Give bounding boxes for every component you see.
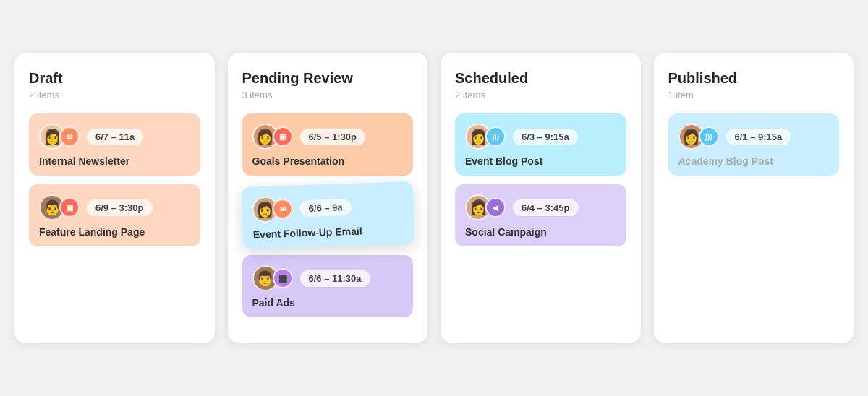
card-title: Paid Ads bbox=[252, 297, 404, 309]
card-header: 👩 ))) 6/1 – 9:15a bbox=[678, 124, 830, 150]
card-pending-3[interactable]: 👨 ⬛ 6/6 – 11:30a Paid Ads bbox=[242, 255, 414, 317]
column-count: 3 items bbox=[242, 90, 414, 100]
type-badge: ▣ bbox=[273, 126, 293, 147]
date-badge: 6/9 – 3:30p bbox=[87, 199, 153, 216]
card-header: 👨 ⬛ 6/6 – 11:30a bbox=[252, 265, 404, 291]
card-title: Internal Newsletter bbox=[39, 155, 190, 167]
type-badge: ▣ bbox=[59, 197, 80, 218]
card-title: Social Campaign bbox=[465, 226, 616, 238]
card-header: 👩 ✉ 6/6 – 9a bbox=[252, 191, 404, 223]
card-sched-2[interactable]: 👩 ◀ 6/4 – 3:45p Social Campaign bbox=[455, 184, 626, 246]
card-header: 👩 ))) 6/3 – 9:15a bbox=[465, 124, 616, 150]
card-title: Event Blog Post bbox=[465, 155, 616, 167]
card-header: 👩 ✉ 6/7 – 11a bbox=[39, 124, 190, 150]
date-badge: 6/3 – 9:15a bbox=[513, 129, 578, 145]
type-badge: ✉ bbox=[59, 126, 80, 147]
date-badge: 6/5 – 1:30p bbox=[300, 129, 366, 145]
card-pending-2[interactable]: 👩 ✉ 6/6 – 9a Event Follow-Up Email bbox=[241, 181, 414, 249]
column-count: 2 items bbox=[455, 90, 626, 100]
type-badge: ))) bbox=[699, 126, 719, 147]
column-pending: Pending Review 3 items 👩 ▣ 6/5 – 1:30p G… bbox=[228, 53, 428, 343]
card-draft-2[interactable]: 👨 ▣ 6/9 – 3:30p Feature Landing Page bbox=[29, 184, 200, 246]
card-pub-1[interactable]: 👩 ))) 6/1 – 9:15a Academy Blog Post bbox=[668, 113, 840, 176]
column-draft: Draft 2 items 👩 ✉ 6/7 – 11a Internal New… bbox=[14, 53, 215, 343]
column-published: Published 1 item 👩 ))) 6/1 – 9:15a Acade… bbox=[654, 53, 854, 343]
column-count: 1 item bbox=[668, 90, 840, 100]
type-badge: ✉ bbox=[272, 199, 293, 220]
card-draft-1[interactable]: 👩 ✉ 6/7 – 11a Internal Newsletter bbox=[29, 113, 200, 176]
kanban-board: Draft 2 items 👩 ✉ 6/7 – 11a Internal New… bbox=[14, 53, 854, 343]
type-badge: ⬛ bbox=[273, 268, 293, 288]
date-badge: 6/1 – 9:15a bbox=[726, 129, 791, 145]
card-title: Goals Presentation bbox=[252, 155, 404, 167]
card-title: Event Follow-Up Email bbox=[252, 223, 404, 240]
column-count: 2 items bbox=[29, 90, 200, 100]
card-sched-1[interactable]: 👩 ))) 6/3 – 9:15a Event Blog Post bbox=[455, 113, 626, 176]
column-title: Scheduled bbox=[455, 70, 626, 87]
card-pending-1[interactable]: 👩 ▣ 6/5 – 1:30p Goals Presentation bbox=[242, 113, 414, 176]
column-title: Published bbox=[668, 70, 840, 87]
date-badge: 6/7 – 11a bbox=[87, 129, 143, 145]
card-header: 👨 ▣ 6/9 – 3:30p bbox=[39, 194, 190, 220]
card-header: 👩 ◀ 6/4 – 3:45p bbox=[465, 194, 616, 220]
card-title: Academy Blog Post bbox=[678, 155, 830, 167]
column-scheduled: Scheduled 2 items 👩 ))) 6/3 – 9:15a Even… bbox=[441, 53, 641, 343]
date-badge: 6/6 – 11:30a bbox=[300, 270, 370, 287]
card-title: Feature Landing Page bbox=[39, 226, 190, 238]
column-title: Draft bbox=[29, 70, 200, 87]
type-badge: ◀ bbox=[485, 197, 506, 218]
column-title: Pending Review bbox=[242, 70, 414, 87]
date-badge: 6/6 – 9a bbox=[299, 198, 352, 216]
card-header: 👩 ▣ 6/5 – 1:30p bbox=[252, 124, 404, 150]
date-badge: 6/4 – 3:45p bbox=[513, 199, 579, 216]
type-badge: ))) bbox=[485, 126, 506, 147]
